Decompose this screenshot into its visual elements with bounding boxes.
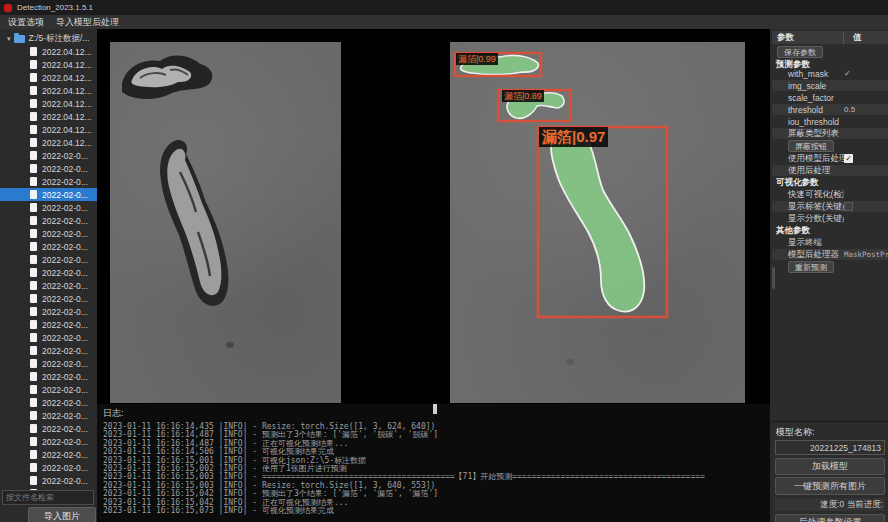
file-icon — [30, 294, 37, 303]
param-row-show-terminal[interactable]: 显示终端 — [772, 237, 888, 248]
tree-item-label: 2022-02-0... — [42, 242, 88, 252]
detection-label-1: 漏箔|0.99 — [456, 53, 498, 65]
tree-item[interactable]: 2022-02-0... — [0, 318, 97, 331]
file-icon — [30, 411, 37, 420]
predict-all-button[interactable]: 一键预测所有图片 — [775, 477, 885, 495]
menu-item-settings[interactable]: 设置选项 — [8, 16, 44, 29]
params-scrollbar-thumb[interactable] — [772, 267, 775, 289]
tree-item[interactable]: 2022-02-0... — [0, 383, 97, 396]
tree-item[interactable]: 2022-02-0... — [0, 227, 97, 240]
tree-root[interactable]: ▾ Z:/5-标注数据/... — [0, 32, 97, 45]
param-label: with_mask — [772, 69, 844, 79]
tree-item[interactable]: 2022-02-0... — [0, 214, 97, 227]
param-label: 显示终端 — [772, 237, 844, 249]
tree-item-label: 2022.04.12... — [42, 47, 92, 57]
tree-item[interactable]: 2022-02-0... — [0, 396, 97, 409]
log-panel[interactable]: 日志: 2023-01-11 16:16:14,435 |INFO| - Res… — [97, 404, 770, 522]
file-icon — [30, 164, 37, 173]
tree-item[interactable]: 2022-02-0... — [0, 344, 97, 357]
tree-item[interactable]: 2022-02-0... — [0, 175, 97, 188]
search-input[interactable] — [2, 490, 94, 505]
tree-item[interactable]: 2022.04.12... — [0, 136, 97, 149]
param-row-iou-threshold[interactable]: iou_threshold — [772, 116, 888, 127]
param-label: img_scale — [772, 81, 844, 91]
tree-item[interactable]: 2022-02-0... — [0, 266, 97, 279]
save-params-button[interactable]: 保存参数 — [777, 46, 823, 58]
tree-item[interactable]: 2022-02-0... — [0, 149, 97, 162]
param-row-img-scale[interactable]: img_scale — [772, 80, 888, 91]
tree-item[interactable]: 2022-02-0... — [0, 162, 97, 175]
param-value[interactable]: MaskPostPro — [844, 250, 888, 259]
tree-item-label: 2022-02-0... — [42, 281, 88, 291]
param-row-show-labels[interactable]: 显示标签(关键点) — [772, 201, 888, 212]
tree-item[interactable]: 2022-02-0... — [0, 474, 97, 487]
param-label: iou_threshold — [772, 117, 844, 127]
tree-item[interactable]: 2022-02-0... — [0, 279, 97, 292]
model-name-value[interactable]: 20221225_174813 — [775, 440, 885, 455]
checkbox-checked[interactable]: ✓ — [844, 154, 853, 163]
tree-item-label: 2022-02-0... — [42, 203, 88, 213]
file-tree-panel: ▾ Z:/5-标注数据/... 2022.04.12... 2022.04.12… — [0, 29, 97, 522]
repredict-button[interactable]: 重新预测 — [788, 261, 834, 273]
original-image-panel[interactable] — [110, 42, 341, 403]
tree-item-label: 2022.04.12... — [42, 138, 92, 148]
param-row-use-model-postprocess[interactable]: 使用模型后处理 ✓ — [772, 153, 888, 164]
tree-item[interactable]: 2022-02-0... — [0, 305, 97, 318]
postprocess-settings-button[interactable]: 后处理参数设置 — [775, 514, 885, 522]
file-icon — [30, 190, 37, 199]
chevron-down-icon[interactable]: ▾ — [7, 35, 11, 43]
segmentation-mask-3 — [551, 131, 644, 311]
import-images-button[interactable]: 导入图片 — [28, 507, 96, 522]
tree-item[interactable]: 2022-02-0... — [0, 448, 97, 461]
param-row-show-scores[interactable]: 显示分数(关键点) — [772, 213, 888, 224]
file-icon — [30, 177, 37, 186]
tree-item[interactable]: 2022-02-0... — [0, 240, 97, 253]
tree-item-label: 2022-02-0... — [42, 463, 88, 473]
tree-item-label: 2022-02-0... — [42, 268, 88, 278]
tree-item[interactable]: 2022.04.12... — [0, 97, 97, 110]
param-row-scale-factor[interactable]: scale_factor — [772, 92, 888, 103]
tree-item[interactable]: 2022.04.12... — [0, 45, 97, 58]
file-icon — [30, 73, 37, 82]
load-model-button[interactable]: 加载模型 — [775, 458, 885, 475]
prediction-image-panel[interactable]: 漏箔|0.99 漏箔|0.89 漏箔|0.97 — [450, 42, 745, 403]
param-row-with-mask[interactable]: with_mask ✓ — [772, 68, 888, 79]
param-row-use-postprocess[interactable]: 使用后处理 — [772, 165, 888, 176]
menu-item-import-postprocess[interactable]: 导入模型后处理 — [56, 16, 119, 29]
tree-item[interactable]: 2022.04.12... — [0, 58, 97, 71]
file-icon — [30, 255, 37, 264]
file-icon — [30, 320, 37, 329]
image-speck — [566, 359, 574, 365]
file-icon — [30, 437, 37, 446]
param-row-fast-visualize[interactable]: 快速可视化(检测) — [772, 189, 888, 200]
params-header-param: 参数 — [772, 32, 843, 44]
checkbox-unchecked[interactable] — [844, 202, 853, 211]
mask-button[interactable]: 屏蔽按钮 — [788, 140, 834, 152]
tree-item[interactable]: 2022.04.12... — [0, 110, 97, 123]
tree-item[interactable]: 2022-02-0... — [0, 253, 97, 266]
param-value[interactable]: 0.5 — [844, 105, 855, 114]
tree-item[interactable]: 2022-02-0... — [0, 461, 97, 474]
tree-item[interactable]: 2022-02-0... — [0, 292, 97, 305]
tree-item-label: 2022.04.12... — [42, 112, 92, 122]
tree-item[interactable]: 2022-02-0... — [0, 435, 97, 448]
param-row-mask-type-list[interactable]: 屏蔽类型列表 — [772, 128, 888, 139]
tree-item[interactable]: 2022.04.12... — [0, 71, 97, 84]
tree-item[interactable]: 2022.04.12... — [0, 123, 97, 136]
menu-bar: 设置选项 导入模型后处理 — [0, 15, 888, 29]
tree-item[interactable]: 2022-02-0... — [0, 370, 97, 383]
tree-item[interactable]: 2022-02-0... — [0, 201, 97, 214]
tree-item[interactable]: 2022-02-0... — [0, 409, 97, 422]
tree-item-label: 2022-02-0... — [42, 424, 88, 434]
tree-item[interactable]: 2022.04.12... — [0, 84, 97, 97]
param-row-threshold[interactable]: threshold 0.5 — [772, 104, 888, 115]
image-speck — [226, 342, 234, 348]
tree-item-label: 2022-02-0... — [42, 216, 88, 226]
tree-item[interactable]: 2022-02-0... — [0, 331, 97, 344]
tree-item[interactable]: 2022-02-0... — [0, 357, 97, 370]
tree-item-selected[interactable]: 2022-02-0... — [0, 188, 97, 201]
log-scrollbar-thumb[interactable] — [433, 404, 437, 414]
file-icon — [30, 151, 37, 160]
param-row-model-postprocessor[interactable]: 模型后处理器 MaskPostPro — [772, 249, 888, 260]
tree-item[interactable]: 2022-02-0... — [0, 422, 97, 435]
